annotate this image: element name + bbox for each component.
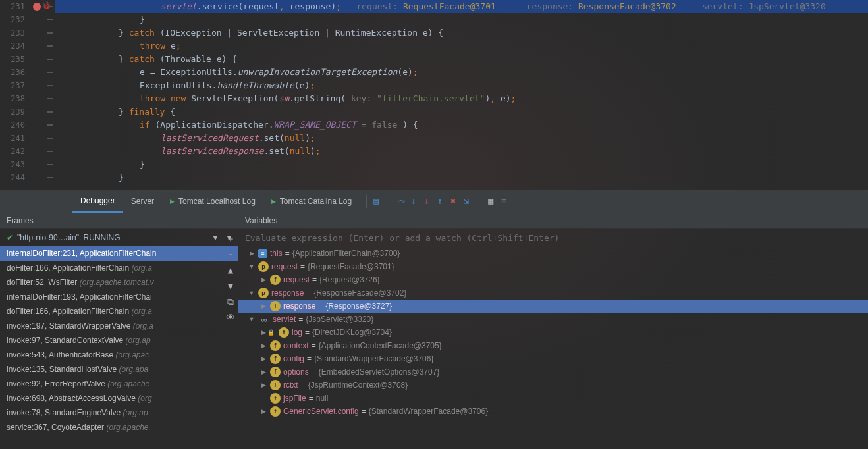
evaluate-input[interactable]: Evaluate expression (Enter) or add a wat…: [238, 229, 868, 247]
debug-tool-window: DebuggerServer▶Tomcat Localhost Log▶Tomc…: [0, 190, 868, 449]
variable-node[interactable]: ▶ ≡ this = {ApplicationFilterChain@3700}: [238, 247, 868, 260]
stack-frame[interactable]: invoke:78, StandardEngineValve (org.ap: [0, 406, 238, 420]
var-kind-icon: f: [270, 380, 281, 390]
code-line[interactable]: }: [55, 13, 868, 26]
var-value: null: [316, 394, 329, 403]
stack-frame[interactable]: invoke:92, ErrorReportValve (org.apache: [0, 377, 238, 391]
stack-frame[interactable]: doFilter:166, ApplicationFilterChain (or…: [0, 304, 238, 319]
var-name: GenericServlet.config: [283, 407, 359, 416]
variable-node[interactable]: f jspFile = null: [238, 392, 868, 405]
var-value: {DirectJDKLog@3704}: [312, 328, 392, 337]
code-area[interactable]: servlet.service(request, response); requ…: [55, 0, 868, 190]
step-over-icon[interactable]: ⤼: [398, 196, 408, 207]
up-icon[interactable]: ▲: [225, 265, 236, 275]
step-out-icon[interactable]: ↑: [437, 196, 448, 207]
var-value: {JspRuntimeContext@3708}: [308, 381, 408, 390]
stack-frame[interactable]: invoke:135, StandardHostValve (org.apa: [0, 362, 238, 377]
check-icon: ✔: [7, 233, 13, 242]
chevron-icon[interactable]: ▶: [259, 277, 267, 283]
code-line[interactable]: } catch (IOException | ServletException …: [55, 26, 868, 40]
down-icon[interactable]: ▼: [225, 280, 236, 291]
chevron-icon[interactable]: ▼: [248, 263, 256, 270]
var-name: jspFile: [283, 394, 306, 403]
add-watch-icon[interactable]: ＋: [225, 233, 236, 244]
copy-icon[interactable]: ⧉: [225, 296, 236, 307]
breakpoint-gutter[interactable]: 🐞: [30, 0, 46, 190]
run-to-cursor-icon[interactable]: ⇲: [464, 196, 474, 207]
chevron-icon[interactable]: ▶: [259, 408, 267, 415]
code-line[interactable]: } catch (Throwable e) {: [55, 53, 868, 66]
code-line[interactable]: }: [55, 158, 868, 171]
variables-tree[interactable]: ▶ ≡ this = {ApplicationFilterChain@3700}…: [238, 247, 868, 449]
stack-frame[interactable]: internalDoFilter:231, ApplicationFilterC…: [0, 246, 238, 261]
stack-frame[interactable]: doFilter:166, ApplicationFilterChain (or…: [0, 261, 238, 275]
variable-node[interactable]: ▶ f context = {ApplicationContextFacade@…: [238, 339, 868, 352]
code-line[interactable]: lastServicedResponse.set(null);: [55, 145, 868, 158]
stack-frame[interactable]: service:367, CoyoteAdapter (org.apache.: [0, 420, 238, 435]
filter-icon[interactable]: ▼: [211, 233, 219, 242]
code-line[interactable]: lastServicedRequest.set(null);: [55, 132, 868, 145]
variable-node[interactable]: ▼ ∞ servlet = {JspServlet@3320}: [238, 313, 868, 326]
variable-node[interactable]: ▶ f rctxt = {JspRuntimeContext@3708}: [238, 379, 868, 392]
variable-node[interactable]: ▶ 🔒f log = {DirectJDKLog@3704}: [238, 326, 868, 339]
var-name: this: [270, 249, 283, 258]
chevron-icon[interactable]: ▶: [259, 356, 267, 362]
var-name: request: [283, 275, 310, 284]
chevron-icon[interactable]: ▶: [259, 303, 267, 309]
variable-node[interactable]: ▼ p request = {RequestFacade@3701}: [238, 260, 868, 273]
code-line[interactable]: if (ApplicationDispatcher.WRAP_SAME_OBJE…: [55, 119, 868, 132]
variable-node[interactable]: ▶ f config = {StandardWrapperFacade@3706…: [238, 352, 868, 365]
stack-frame[interactable]: invoke:97, StandardContextValve (org.ap: [0, 333, 238, 348]
var-kind-icon: f: [270, 406, 281, 417]
stack-frame[interactable]: invoke:197, StandardWrapperValve (org.a: [0, 319, 238, 333]
evaluate-icon[interactable]: ▦: [488, 196, 499, 207]
var-value: {ApplicationFilterChain@3700}: [292, 249, 400, 258]
stack-frame[interactable]: invoke:543, AuthenticatorBase (org.apac: [0, 348, 238, 362]
variable-node[interactable]: ▶ f response = {Response@3727}: [238, 300, 868, 313]
play-icon: ▶: [271, 198, 276, 205]
debug-tab[interactable]: ▶Tomcat Localhost Log: [162, 192, 263, 211]
debug-tab[interactable]: ▶Tomcat Catalina Log: [263, 192, 360, 211]
frames-list[interactable]: internalDoFilter:231, ApplicationFilterC…: [0, 246, 238, 449]
trace-icon[interactable]: ≡: [501, 196, 512, 207]
variable-node[interactable]: ▶ f GenericServlet.config = {StandardWra…: [238, 405, 868, 418]
chevron-icon[interactable]: ▶: [259, 369, 267, 375]
chevron-icon[interactable]: ▶: [259, 382, 267, 388]
force-step-into-icon[interactable]: ↓: [424, 196, 435, 207]
debug-tab[interactable]: Debugger: [72, 191, 123, 213]
code-line[interactable]: e = ExceptionUtils.unwrapInvocationTarge…: [55, 66, 868, 79]
variable-node[interactable]: ▼ p response = {ResponseFacade@3702}: [238, 286, 868, 300]
layout-icon[interactable]: ▤: [373, 196, 384, 207]
chevron-icon[interactable]: ▼: [248, 290, 256, 296]
breakpoint-icon[interactable]: [33, 3, 41, 11]
variable-node[interactable]: ▶ f request = {Request@3726}: [238, 273, 868, 286]
debug-tab[interactable]: Server: [123, 192, 162, 211]
remove-watch-icon[interactable]: －: [225, 249, 236, 259]
step-into-icon[interactable]: ↓: [411, 196, 421, 207]
stack-frame[interactable]: invoke:698, AbstractAccessLogValve (org: [0, 391, 238, 406]
code-editor[interactable]: 2312322332342352362372382392402412422432…: [0, 0, 868, 190]
chevron-icon[interactable]: ▶: [248, 250, 256, 257]
variables-panel: ＋ － ▲ ▼ ⧉ 👁 Variables Evaluate expressio…: [238, 213, 868, 449]
drop-frame-icon[interactable]: ✖: [450, 196, 461, 207]
line-number-gutter[interactable]: 2312322332342352362372382392402412422432…: [0, 0, 30, 190]
var-name: response: [283, 302, 315, 311]
code-line[interactable]: throw e;: [55, 40, 868, 53]
fold-gutter[interactable]: [46, 0, 55, 190]
var-name: request: [271, 262, 298, 271]
chevron-icon[interactable]: ▶: [259, 342, 267, 349]
tab-label: Tomcat Catalina Log: [280, 197, 352, 206]
variable-node[interactable]: ▶ f options = {EmbeddedServletOptions@37…: [238, 365, 868, 379]
code-line[interactable]: ExceptionUtils.handleThrowable(e);: [55, 79, 868, 92]
code-line[interactable]: }: [55, 171, 868, 184]
stack-frame[interactable]: internalDoFilter:193, ApplicationFilterC…: [0, 290, 238, 304]
chevron-icon[interactable]: ▼: [248, 316, 256, 323]
stack-frame[interactable]: doFilter:52, WsFilter (org.apache.tomcat…: [0, 275, 238, 290]
chevron-icon[interactable]: ▶: [259, 329, 267, 336]
code-line[interactable]: servlet.service(request, response); requ…: [55, 0, 868, 13]
glasses-icon[interactable]: 👁: [225, 312, 236, 323]
code-line[interactable]: } finally {: [55, 105, 868, 119]
thread-selector[interactable]: ✔ "http-nio-90…ain": RUNNING ▼ ▾: [0, 229, 238, 246]
code-line[interactable]: throw new ServletException(sm.getString(…: [55, 92, 868, 105]
var-kind-icon: p: [258, 288, 269, 298]
